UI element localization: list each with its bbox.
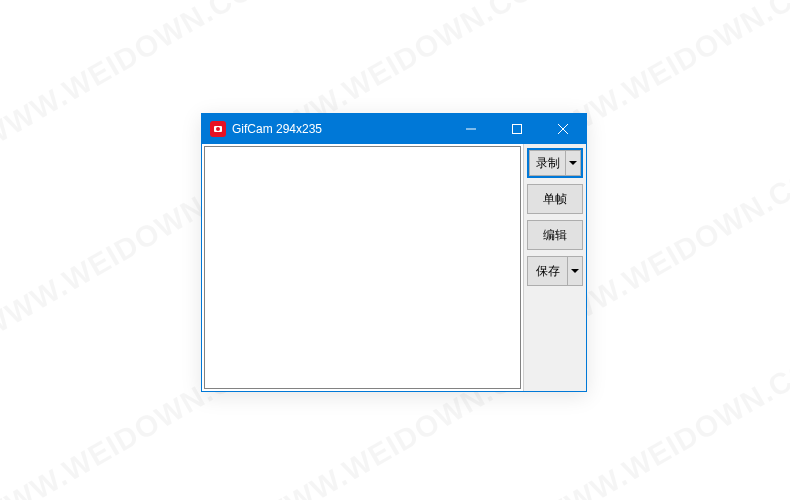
capture-area[interactable] bbox=[204, 146, 521, 389]
record-button-group: 录制 bbox=[527, 148, 583, 178]
minimize-button[interactable] bbox=[448, 114, 494, 144]
save-button[interactable]: 保存 bbox=[527, 256, 568, 286]
svg-rect-1 bbox=[513, 125, 522, 134]
record-button[interactable]: 录制 bbox=[529, 150, 566, 176]
chevron-down-icon bbox=[569, 161, 577, 165]
window-body: 录制 单帧 编辑 保存 bbox=[202, 144, 586, 391]
titlebar[interactable]: GifCam 294x235 bbox=[202, 114, 586, 144]
edit-button[interactable]: 编辑 bbox=[527, 220, 583, 250]
sidebar: 录制 单帧 编辑 保存 bbox=[523, 144, 586, 391]
window-title: GifCam 294x235 bbox=[232, 122, 448, 136]
save-button-group: 保存 bbox=[527, 256, 583, 286]
app-icon bbox=[210, 121, 226, 137]
window-controls bbox=[448, 114, 586, 144]
app-window: GifCam 294x235 录制 单帧 编辑 保存 bbox=[201, 113, 587, 392]
close-button[interactable] bbox=[540, 114, 586, 144]
chevron-down-icon bbox=[571, 269, 579, 273]
record-dropdown-button[interactable] bbox=[566, 150, 581, 176]
save-dropdown-button[interactable] bbox=[568, 256, 583, 286]
maximize-button[interactable] bbox=[494, 114, 540, 144]
frame-button[interactable]: 单帧 bbox=[527, 184, 583, 214]
